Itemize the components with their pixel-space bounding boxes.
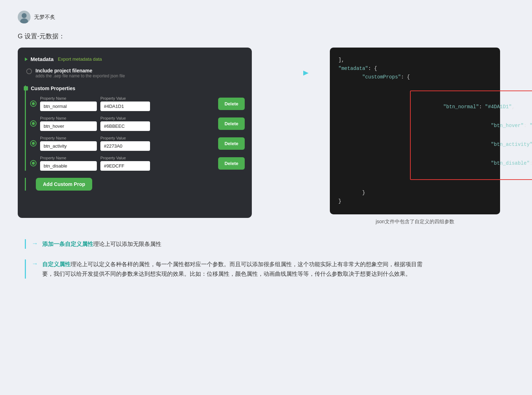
add-custom-prop-button[interactable]: Add Custom Prop — [36, 178, 92, 191]
prop-name-label-2: Property Name — [40, 116, 97, 120]
arrow-container — [273, 48, 309, 77]
right-panel: ], "metadata": { "customProps": { "btn_n… — [330, 48, 500, 225]
main-content: Metadata Export metadata data Include pr… — [18, 48, 514, 225]
arrow-icon — [273, 69, 309, 77]
annotation-arrow-1: → — [32, 240, 38, 247]
custom-props-section: Custom Properties Property Name Property… — [25, 86, 245, 171]
section-title: G 设置-元数据： — [18, 32, 514, 40]
annotation-text-1: 添加一条自定义属性理论上可以添加无限条属性 — [42, 239, 161, 249]
header: 无梦不炙 — [18, 11, 514, 23]
add-btn-section: Add Custom Prop — [25, 178, 92, 191]
prop-rows: Property Name Property Value Delete — [30, 96, 245, 171]
prop-value-label-2: Property Value — [100, 116, 150, 120]
prop-value-label-4: Property Value — [100, 156, 150, 160]
code-panel: ], "metadata": { "customProps": { "btn_n… — [330, 48, 500, 214]
code-line-2: "metadata": { — [338, 65, 492, 73]
prop-radio-2[interactable] — [30, 120, 37, 127]
code-line-3: "customProps": { — [338, 73, 492, 82]
code-line-1: ], — [338, 56, 492, 65]
prop-value-label-3: Property Value — [100, 136, 150, 140]
avatar — [18, 11, 31, 23]
table-row: Property Name Property Value Delete — [30, 156, 245, 171]
prop-value-input-1[interactable] — [100, 102, 150, 111]
green-square-icon — [24, 86, 28, 90]
table-row: Property Name Property Value Delete — [30, 136, 245, 151]
delete-button-1[interactable]: Delete — [218, 98, 245, 110]
code-line-9: } — [338, 197, 492, 206]
prop-radio-inner-1 — [32, 102, 35, 105]
include-project-radio[interactable] — [26, 68, 32, 74]
table-row: Property Name Property Value Delete — [30, 96, 245, 111]
prop-value-group-2: Property Value — [100, 116, 150, 131]
annotation-text-2: 自定义属性理论上可以定义各种各样的属性，每一个属性都对应一个参数。而且可以添加很… — [42, 259, 432, 279]
delete-button-3[interactable]: Delete — [218, 137, 245, 150]
prop-radio-4[interactable] — [30, 160, 37, 166]
custom-props-title: Custom Properties — [30, 86, 245, 91]
metadata-header: Metadata Export metadata data — [25, 56, 245, 62]
prop-radio-1[interactable] — [30, 100, 37, 107]
prop-name-label-1: Property Name — [40, 96, 97, 100]
svg-point-1 — [22, 13, 27, 18]
prop-name-input-3[interactable] — [40, 141, 97, 151]
annotation-row-1: → 添加一条自定义属性理论上可以添加无限条属性 — [25, 239, 514, 249]
avatar-icon — [18, 11, 31, 23]
prop-name-input-4[interactable] — [40, 161, 97, 171]
prop-name-label-4: Property Name — [40, 156, 97, 160]
prop-value-input-4[interactable] — [100, 161, 150, 171]
prop-name-input-1[interactable] — [40, 102, 97, 111]
include-project-row: Include project filename adds the .aep f… — [25, 68, 245, 78]
prop-value-label-1: Property Value — [100, 96, 150, 100]
code-line-8: } — [338, 189, 492, 197]
annotation-rest-1: 理论上可以添加无限条属性 — [93, 241, 161, 247]
annotation-rest-2: 理论上可以定义各种各样的属性，每一个属性都对应一个参数。而且可以添加很多组属性，… — [42, 261, 422, 277]
annotation-arrow-2: → — [32, 260, 38, 268]
export-link[interactable]: Export metadata data — [58, 56, 102, 62]
prop-radio-inner-4 — [32, 162, 35, 165]
prop-value-group-1: Property Value — [100, 96, 150, 111]
table-row: Property Name Property Value Delete — [30, 116, 245, 131]
prop-value-group-4: Property Value — [100, 156, 150, 171]
prop-value-group-3: Property Value — [100, 136, 150, 151]
include-project-text: Include project filename adds the .aep f… — [35, 68, 125, 78]
prop-name-input-2[interactable] — [40, 121, 97, 131]
expand-icon[interactable] — [25, 57, 28, 61]
metadata-title: Metadata — [31, 56, 54, 62]
annotations: → 添加一条自定义属性理论上可以添加无限条属性 → 自定义属性理论上可以定义各种… — [18, 239, 514, 279]
annotation-row-2: → 自定义属性理论上可以定义各种各样的属性，每一个属性都对应一个参数。而且可以添… — [25, 259, 514, 279]
annotation-highlight-2: 自定义属性 — [42, 261, 71, 267]
prop-name-group-2: Property Name — [40, 116, 97, 131]
prop-name-group-1: Property Name — [40, 96, 97, 111]
prop-value-input-2[interactable] — [100, 121, 150, 131]
prop-radio-inner-2 — [32, 122, 35, 125]
code-line-highlight: "btn_normal": "#4DA1D1", "btn_hover": "#… — [338, 82, 492, 188]
include-project-desc: adds the .aep file name to the exported … — [35, 73, 125, 78]
ui-panel: Metadata Export metadata data Include pr… — [18, 48, 252, 218]
prop-radio-inner-3 — [32, 142, 35, 145]
prop-name-group-3: Property Name — [40, 136, 97, 151]
annotation-highlight-1: 添加一条自定义属性 — [42, 241, 93, 247]
prop-value-input-3[interactable] — [100, 141, 150, 151]
delete-button-4[interactable]: Delete — [218, 157, 245, 170]
username: 无梦不炙 — [34, 14, 55, 21]
prop-name-group-4: Property Name — [40, 156, 97, 171]
prop-name-label-3: Property Name — [40, 136, 97, 140]
json-caption: json文件中包含了自定义的四组参数 — [330, 219, 500, 225]
include-project-label: Include project filename — [35, 68, 125, 73]
prop-radio-3[interactable] — [30, 140, 37, 147]
svg-marker-4 — [303, 71, 309, 76]
delete-button-2[interactable]: Delete — [218, 117, 245, 130]
